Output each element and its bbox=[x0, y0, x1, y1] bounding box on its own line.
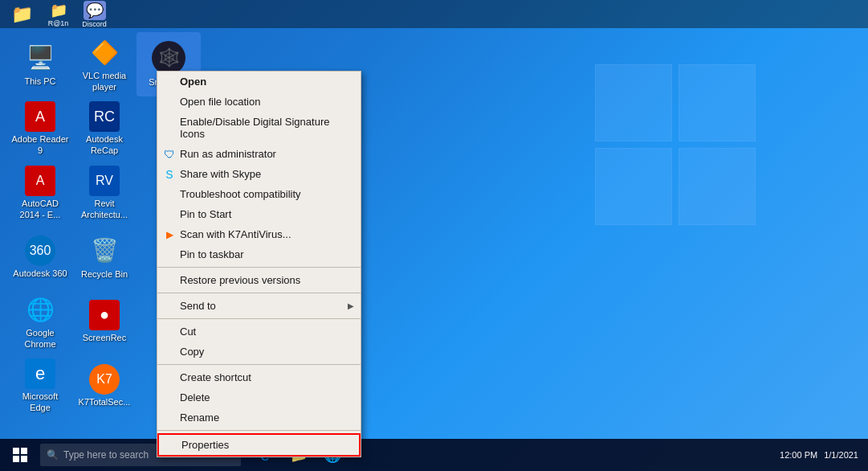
top-taskbar: 📁 📁 R@1n 💬 Discord bbox=[0, 0, 868, 28]
context-menu: Open Open file location Enable/Disable D… bbox=[157, 71, 361, 457]
svg-rect-1 bbox=[21, 448, 27, 454]
icon-edge[interactable]: e Microsoft Edge bbox=[8, 354, 72, 418]
menu-item-share-skype[interactable]: S Share with Skype bbox=[157, 164, 361, 184]
menu-item-scan-k7[interactable]: ▶ Scan with K7AntiVirus... bbox=[157, 224, 361, 244]
taskbar: 🔍 Type here to search e 📁 🌐 12:00 PM 1/1… bbox=[0, 439, 868, 471]
taskbar-system-tray: 12:00 PM 1/1/2021 bbox=[780, 450, 868, 460]
separator-5 bbox=[157, 430, 361, 431]
menu-item-copy[interactable]: Copy bbox=[157, 342, 361, 362]
svg-rect-3 bbox=[21, 456, 27, 462]
menu-item-restore[interactable]: Restore previous versions bbox=[157, 270, 361, 290]
menu-item-send-to[interactable]: Send to bbox=[157, 296, 361, 316]
menu-item-pin-taskbar[interactable]: Pin to taskbar bbox=[157, 244, 361, 264]
menu-item-open[interactable]: Open bbox=[157, 72, 361, 92]
k7-icon: ▶ bbox=[162, 227, 177, 242]
icon-this-pc[interactable]: 🖥️ This PC bbox=[8, 32, 72, 96]
search-icon: 🔍 bbox=[47, 449, 59, 461]
icon-revit[interactable]: RV Revit Architectu... bbox=[72, 161, 137, 225]
icon-k7[interactable]: K7 K7TotalSec... bbox=[72, 354, 137, 418]
start-button[interactable] bbox=[0, 439, 40, 471]
icon-autodesk360[interactable]: 360 Autodesk 360 bbox=[8, 225, 72, 289]
top-icon-discord[interactable]: 💬 Discord bbox=[76, 0, 112, 28]
icon-vlc[interactable]: 🔶 VLC media player bbox=[72, 32, 137, 96]
icon-autocad[interactable]: A AutoCAD 2014 - E... bbox=[8, 161, 72, 225]
icon-chrome[interactable]: 🌐 Google Chrome bbox=[8, 289, 72, 354]
icon-recycle-bin[interactable]: 🗑️ Recycle Bin bbox=[72, 225, 137, 289]
icon-autodesk-recap[interactable]: RC Autodesk ReCap bbox=[72, 96, 137, 161]
separator-1 bbox=[157, 267, 361, 268]
svg-rect-2 bbox=[13, 456, 19, 462]
taskbar-date: 1/1/2021 bbox=[824, 450, 858, 460]
separator-4 bbox=[157, 364, 361, 365]
windows-logo bbox=[595, 64, 772, 241]
search-placeholder: Type here to search bbox=[63, 449, 149, 461]
skype-icon: S bbox=[162, 167, 177, 182]
menu-item-rename[interactable]: Rename bbox=[157, 408, 361, 428]
top-icon-r1n[interactable]: 📁 R@1n bbox=[40, 0, 76, 28]
separator-3 bbox=[157, 318, 361, 319]
menu-item-troubleshoot[interactable]: Troubleshoot compatibility bbox=[157, 184, 361, 204]
menu-item-pin-start[interactable]: Pin to Start bbox=[157, 204, 361, 224]
svg-rect-0 bbox=[13, 448, 19, 454]
menu-item-properties[interactable]: Properties bbox=[157, 433, 361, 457]
menu-item-delete[interactable]: Delete bbox=[157, 387, 361, 408]
menu-item-digital-signature[interactable]: Enable/Disable Digital Signature Icons bbox=[157, 112, 361, 144]
menu-item-open-file-location[interactable]: Open file location bbox=[157, 92, 361, 112]
icon-adobe[interactable]: A Adobe Reader 9 bbox=[8, 96, 72, 161]
icon-screenrec[interactable]: ● ScreenRec bbox=[72, 289, 137, 354]
separator-2 bbox=[157, 293, 361, 293]
menu-item-cut[interactable]: Cut bbox=[157, 322, 361, 342]
menu-item-create-shortcut[interactable]: Create shortcut bbox=[157, 367, 361, 387]
top-icon-folder[interactable]: 📁 bbox=[4, 0, 40, 28]
shield-icon: 🛡 bbox=[162, 147, 177, 162]
taskbar-time: 12:00 PM bbox=[780, 450, 817, 460]
desktop: 📁 📁 R@1n 💬 Discord 🖥️ This PC 🔶 VLC medi… bbox=[0, 0, 868, 471]
menu-item-run-as-admin[interactable]: 🛡 Run as administrator bbox=[157, 144, 361, 164]
